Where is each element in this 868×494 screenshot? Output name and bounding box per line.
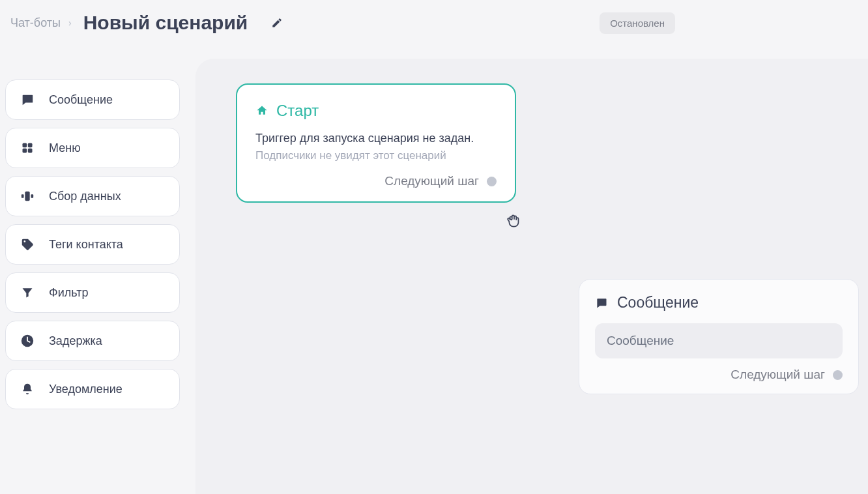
- flow-canvas[interactable]: Старт Триггер для запуска сценария не за…: [195, 59, 868, 494]
- node-header: Старт: [255, 102, 497, 120]
- node-start[interactable]: Старт Триггер для запуска сценария не за…: [236, 83, 516, 203]
- chat-icon: [595, 297, 608, 310]
- start-trigger-hint: Подписчики не увидят этот сценарий: [255, 149, 497, 162]
- message-content-block[interactable]: Сообщение: [595, 323, 843, 358]
- tool-message[interactable]: Сообщение: [5, 80, 180, 120]
- tool-label: Сбор данных: [49, 190, 121, 203]
- form-icon: [20, 189, 35, 203]
- node-message-title: Сообщение: [617, 294, 699, 312]
- start-trigger-message: Триггер для запуска сценария не задан.: [255, 132, 497, 145]
- edit-icon[interactable]: [271, 17, 283, 29]
- tool-label: Задержка: [49, 334, 102, 348]
- tool-menu[interactable]: Меню: [5, 128, 180, 168]
- svg-rect-3: [28, 149, 33, 153]
- tool-data-collect[interactable]: Сбор данных: [5, 176, 180, 216]
- breadcrumb: Чат-боты › Новый сценарий: [10, 12, 283, 34]
- svg-rect-5: [22, 194, 24, 198]
- breadcrumb-root[interactable]: Чат-боты: [10, 16, 61, 30]
- filter-icon: [20, 285, 35, 300]
- tool-label: Фильтр: [49, 286, 88, 300]
- next-step-label: Следующий шаг: [731, 368, 825, 382]
- output-port[interactable]: [487, 177, 497, 186]
- grid-icon: [20, 141, 35, 155]
- node-start-title: Старт: [276, 102, 319, 120]
- tool-delay[interactable]: Задержка: [5, 321, 180, 361]
- tool-label: Сообщение: [49, 93, 113, 107]
- node-header: Сообщение: [595, 294, 843, 312]
- tag-icon: [20, 237, 35, 252]
- next-step-label: Следующий шаг: [384, 174, 479, 188]
- svg-rect-4: [25, 192, 29, 201]
- clock-icon: [20, 334, 35, 348]
- chevron-right-icon: ›: [68, 18, 72, 28]
- home-icon: [255, 104, 268, 117]
- header: Чат-боты › Новый сценарий Остановлен: [0, 0, 868, 53]
- bell-icon: [20, 382, 35, 396]
- node-message[interactable]: Сообщение Сообщение Следующий шаг: [579, 279, 859, 394]
- tool-palette: Сообщение Меню Сбор данных Теги контакта…: [5, 80, 180, 409]
- status-badge: Остановлен: [600, 12, 675, 34]
- next-step-row: Следующий шаг: [595, 368, 843, 382]
- next-step-row: Следующий шаг: [255, 174, 497, 188]
- svg-rect-0: [23, 143, 27, 148]
- node-body: Триггер для запуска сценария не задан. П…: [255, 132, 497, 162]
- tool-tags[interactable]: Теги контакта: [5, 224, 180, 265]
- tool-label: Уведомление: [49, 383, 123, 396]
- tool-label: Теги контакта: [49, 238, 123, 252]
- svg-rect-2: [23, 149, 27, 153]
- grab-cursor-icon: [506, 212, 523, 229]
- page-title: Новый сценарий: [83, 12, 248, 34]
- svg-rect-1: [28, 143, 33, 148]
- svg-rect-6: [31, 194, 34, 198]
- output-port[interactable]: [833, 370, 843, 380]
- tool-label: Меню: [49, 141, 81, 155]
- chat-icon: [20, 93, 35, 107]
- tool-filter[interactable]: Фильтр: [5, 272, 180, 313]
- message-placeholder: Сообщение: [607, 334, 674, 347]
- tool-notification[interactable]: Уведомление: [5, 369, 180, 409]
